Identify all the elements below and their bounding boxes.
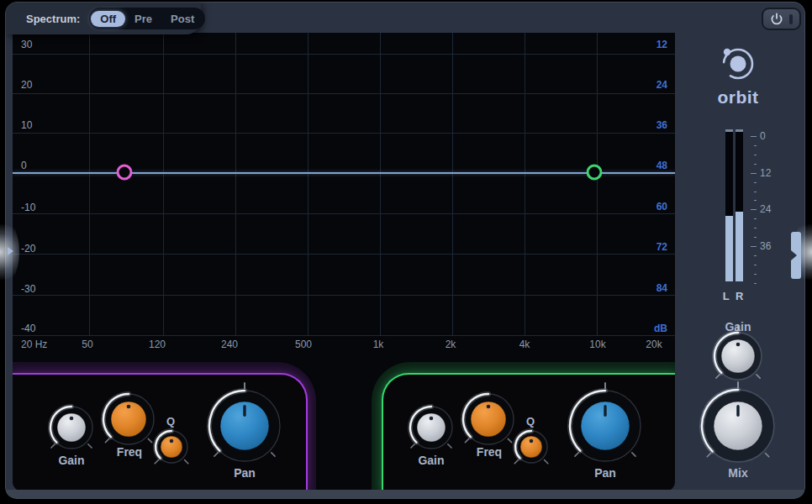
freq-axis-label: 500: [295, 339, 312, 350]
grid-vline: [89, 33, 90, 335]
band2-pan-label: Pan: [594, 466, 616, 480]
db-axis-label: 0: [21, 160, 27, 171]
plugin-window: 3020100-10-20-30-4012243648607284dB20 Hz…: [5, 2, 805, 499]
meter-right-fill: [736, 212, 743, 281]
spectrum-axis-label: 48: [656, 160, 667, 171]
power-button[interactable]: [762, 8, 801, 30]
orbit-logo-icon: [718, 44, 758, 84]
meter-scale-label: 12: [760, 167, 771, 179]
freq-axis-label: 20k: [646, 339, 662, 350]
band1-q-knob[interactable]: [145, 421, 198, 476]
meter-scale-label: 0: [760, 130, 766, 142]
meter-left-fill: [725, 216, 733, 281]
spectrum-axis-label: 72: [656, 241, 667, 253]
meter-tick: [754, 182, 757, 183]
grid-hline: [13, 335, 675, 336]
spectrum-option-post[interactable]: Post: [161, 11, 203, 27]
grid-vline: [597, 33, 598, 335]
grid-vline: [308, 33, 308, 335]
band1-freq-label: Freq: [117, 445, 142, 459]
grid-hline: [13, 133, 675, 134]
spectrum-option-off[interactable]: Off: [91, 11, 125, 27]
window-bottom-frame: [6, 490, 804, 498]
eq-main-area: 3020100-10-20-30-4012243648607284dB20 Hz…: [13, 33, 675, 491]
meter-tick: [751, 246, 757, 247]
freq-axis-label: 50: [82, 339, 92, 350]
spectrum-option-pre[interactable]: Pre: [125, 11, 161, 27]
freq-axis-label: 120: [149, 339, 166, 350]
spectrum-axis-label: dB: [654, 323, 667, 334]
meter-tick: [754, 283, 757, 284]
grid-vline: [235, 33, 236, 335]
meter-tick: [754, 200, 757, 201]
band2-q-label: Q: [526, 415, 535, 428]
right-drawer-notch-icon: [791, 250, 797, 260]
meter-tick: [754, 255, 757, 256]
meter-tick: [754, 237, 757, 238]
eq-node-band1[interactable]: [117, 165, 133, 181]
spectrum-toggle[interactable]: OffPrePost: [89, 8, 205, 29]
meter-tick: [754, 218, 757, 219]
grid-hline: [13, 295, 675, 296]
meter-scale-label: 36: [760, 240, 771, 252]
meter-left: [725, 129, 733, 281]
band1-q-label: Q: [166, 415, 175, 428]
mix-knob[interactable]: [692, 380, 784, 475]
power-icon: [770, 13, 783, 26]
spectrum-axis-label: 12: [656, 39, 667, 50]
db-axis-label: -20: [21, 243, 35, 255]
band2-q-knob[interactable]: [505, 421, 557, 476]
grid-vline: [452, 33, 453, 335]
freq-axis-label: 4k: [519, 339, 530, 350]
meter-scale-label: 24: [760, 203, 771, 215]
meter-tick: [751, 136, 757, 137]
left-drawer-handle[interactable]: [8, 247, 13, 255]
freq-axis-label: 240: [221, 339, 238, 350]
spectrum-label: Spectrum:: [26, 13, 80, 25]
freq-axis-label: 2k: [446, 339, 456, 350]
grid-hline: [13, 54, 675, 55]
freq-axis-label: 1k: [373, 339, 384, 350]
plugin-screenshot: 3020100-10-20-30-4012243648607284dB20 Hz…: [0, 0, 812, 504]
spectrum-axis-label: 24: [656, 79, 667, 91]
meter-tick: [751, 209, 757, 210]
plugin-name: orbit: [717, 87, 758, 108]
db-axis-label: 10: [21, 119, 32, 131]
db-axis-label: -40: [21, 323, 35, 334]
meter-tick: [754, 164, 757, 165]
meter-tick: [754, 265, 757, 265]
meter-tick: [754, 145, 757, 146]
meter-right-cap: [736, 129, 743, 132]
band2-gain-label: Gain: [418, 454, 444, 467]
band1-gain-label: Gain: [58, 454, 84, 467]
zero-db-line: [13, 172, 675, 174]
meter-tick: [754, 192, 757, 192]
spectrum-axis-label: 36: [656, 119, 667, 131]
meter-tick: [754, 228, 757, 228]
band1-pan-label: Pan: [234, 466, 256, 480]
spectrum-toolbar: Spectrum: OffPrePost: [6, 3, 201, 34]
db-axis-label: 30: [21, 39, 32, 50]
meter-right: [736, 129, 743, 281]
grid-vline: [380, 33, 381, 335]
meter-tick: [754, 274, 757, 275]
eq-node-band2[interactable]: [587, 165, 603, 181]
grid-hline: [13, 254, 675, 255]
power-state-bar: [789, 14, 793, 24]
band2-pan-knob[interactable]: [560, 381, 651, 475]
grid-vline: [163, 33, 164, 335]
spectrum-axis-label: 84: [656, 282, 667, 294]
spectrum-axis-label: 60: [656, 201, 667, 213]
meter-channel-labels: L R: [723, 290, 746, 302]
band2-freq-label: Freq: [477, 445, 502, 459]
grid-hline: [13, 213, 675, 214]
meter-tick: [751, 173, 757, 174]
band1-pan-knob[interactable]: [199, 381, 290, 475]
grid-vline: [525, 33, 525, 335]
freq-axis-label: 20 Hz: [21, 339, 47, 350]
grid-hline: [13, 93, 675, 94]
freq-axis-label: 10k: [589, 339, 605, 350]
db-axis-label: -30: [21, 283, 35, 295]
db-axis-label: 20: [21, 79, 32, 91]
meter-left-cap: [725, 129, 733, 132]
